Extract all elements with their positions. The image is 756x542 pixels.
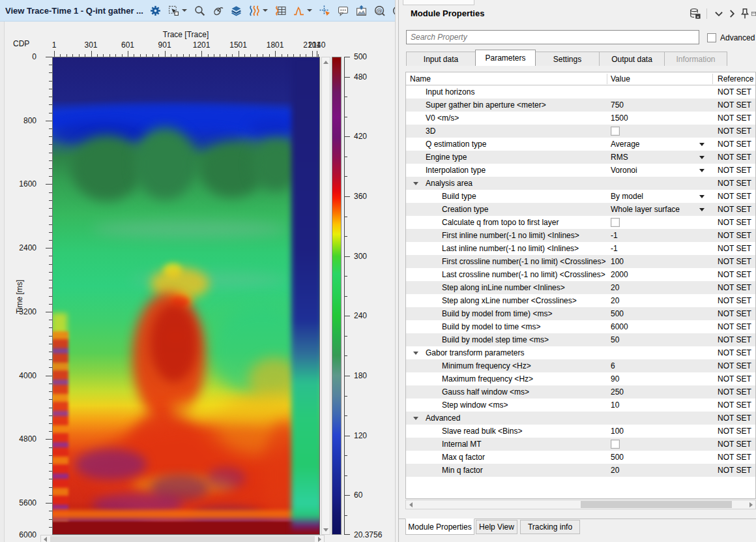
property-reference-cell[interactable]: NOT SET (712, 412, 756, 425)
wiggle-display-button[interactable] (248, 3, 269, 18)
property-row[interactable]: Build by model to time <ms>6000NOT SET (406, 320, 756, 333)
property-row[interactable]: AdvancedNOT SET (406, 412, 756, 425)
chevron-right-icon[interactable] (726, 8, 738, 20)
bottom-tab-module-properties[interactable]: Module Properties (405, 519, 474, 535)
mouse-mode-button[interactable] (212, 3, 224, 18)
property-row[interactable]: Build by model step time <ms>50NOT SET (406, 333, 756, 346)
dropdown-caret-icon[interactable] (699, 156, 705, 159)
property-value-cell[interactable] (607, 85, 712, 98)
property-reference-cell[interactable]: NOT SET (712, 164, 756, 177)
property-value-cell[interactable]: 100 (607, 255, 712, 268)
tab-input-data[interactable]: Input data (406, 52, 476, 66)
property-reference-cell[interactable]: NOT SET (712, 255, 756, 268)
property-reference-cell[interactable]: NOT SET (712, 229, 756, 242)
trace-time-heatmap[interactable] (52, 57, 320, 535)
value-checkbox[interactable] (611, 127, 620, 136)
bottom-tab-tracking-info[interactable]: Tracking info (520, 520, 580, 534)
scroll-down-button[interactable] (322, 525, 330, 534)
property-row[interactable]: Build by model from time) <ms>500NOT SET (406, 307, 756, 320)
property-row[interactable]: 3DNOT SET (406, 125, 756, 138)
property-reference-cell[interactable]: NOT SET (712, 294, 756, 307)
property-reference-cell[interactable]: NOT SET (712, 438, 756, 451)
panel-horizontal-scrollbar[interactable] (405, 500, 756, 509)
column-header-name[interactable]: Name (410, 72, 431, 85)
property-row[interactable]: Last crossline number(-1 no limit) <Cros… (406, 268, 756, 281)
property-row[interactable]: Step window <ms>10NOT SET (406, 399, 756, 412)
layers-button[interactable] (230, 3, 242, 18)
property-reference-cell[interactable]: NOT SET (712, 216, 756, 229)
tab-parameters[interactable]: Parameters (475, 50, 536, 66)
scroll-left-button[interactable] (406, 500, 415, 509)
property-reference-cell[interactable]: NOT SET (712, 112, 756, 125)
property-reference-cell[interactable]: NOT SET (712, 359, 756, 372)
scroll-right-button[interactable] (746, 500, 755, 509)
property-reference-cell[interactable]: NOT SET (712, 281, 756, 294)
property-value-cell[interactable]: 100 (607, 425, 712, 438)
property-value-cell[interactable]: 750 (607, 98, 712, 112)
tab-settings[interactable]: Settings (535, 52, 600, 66)
property-value-cell[interactable] (607, 346, 712, 359)
property-row[interactable]: Internal MTNOT SET (406, 438, 756, 451)
property-reference-cell[interactable]: NOT SET (712, 399, 756, 412)
chevron-down-icon[interactable] (713, 8, 725, 20)
property-row[interactable]: Gabor transform parametersNOT SET (406, 346, 756, 359)
property-reference-cell[interactable]: NOT SET (712, 125, 756, 138)
scrollbar-thumb[interactable] (581, 501, 732, 508)
property-row[interactable]: Step along inLine number <Inlines>20NOT … (406, 281, 756, 294)
property-reference-cell[interactable]: NOT SET (712, 203, 756, 216)
property-value-cell[interactable]: 50 (607, 333, 712, 346)
property-value-cell[interactable]: 20 (607, 294, 712, 307)
settings-gear-button[interactable] (149, 3, 162, 18)
property-reference-cell[interactable]: NOT SET (712, 307, 756, 320)
group-expand-icon[interactable] (413, 182, 418, 185)
property-value-cell[interactable]: -1 (607, 242, 712, 255)
property-row[interactable]: First crossline number(-1 no limit) <Cro… (406, 255, 756, 268)
property-value-cell[interactable]: RMS (607, 151, 712, 164)
property-row[interactable]: Interpolation typeVoronoiNOT SET (406, 164, 756, 177)
property-value-cell[interactable] (607, 412, 712, 425)
property-value-cell[interactable]: 20 (607, 464, 712, 477)
property-row[interactable]: Input horizonsNOT SET (406, 85, 756, 98)
property-reference-cell[interactable]: NOT SET (712, 372, 756, 385)
value-checkbox[interactable] (611, 218, 620, 227)
export-image-button[interactable] (355, 3, 368, 18)
scroll-up-button[interactable] (322, 57, 330, 67)
spectrum-table-button[interactable] (274, 3, 287, 18)
property-reference-cell[interactable]: NOT SET (712, 151, 756, 164)
property-reference-cell[interactable]: NOT SET (712, 320, 756, 333)
select-mode-button[interactable] (167, 3, 188, 18)
property-reference-cell[interactable]: NOT SET (712, 138, 756, 151)
locate-button[interactable]: @ (373, 3, 386, 18)
plot-horizontal-scrollbar[interactable] (40, 535, 325, 542)
property-reference-cell[interactable]: NOT SET (712, 85, 756, 98)
property-row[interactable]: Super gather bin aperture <meter>750NOT … (406, 98, 756, 112)
scroll-left-button[interactable] (41, 535, 50, 542)
database-save-icon[interactable] (690, 8, 701, 20)
search-property-input[interactable] (406, 30, 699, 44)
property-row[interactable]: Step along xLine number <Crosslines>20NO… (406, 294, 756, 307)
column-header-reference[interactable]: Reference (718, 72, 753, 85)
scroll-right-button[interactable] (315, 535, 324, 542)
property-reference-cell[interactable]: NOT SET (712, 177, 756, 190)
property-row[interactable]: Creation typeWhole layer surfaceNOT SET (406, 203, 756, 216)
property-value-cell[interactable]: 1500 (607, 112, 712, 125)
property-value-cell[interactable]: 20 (607, 281, 712, 294)
property-reference-cell[interactable]: NOT SET (712, 346, 756, 359)
property-row[interactable]: Gauss half window <ms>250NOT SET (406, 385, 756, 399)
advanced-checkbox[interactable] (707, 33, 716, 42)
property-reference-cell[interactable]: NOT SET (712, 98, 756, 112)
group-expand-icon[interactable] (413, 417, 418, 420)
property-value-cell[interactable]: 10 (607, 399, 712, 412)
property-value-cell[interactable]: Average (607, 138, 712, 151)
histogram-button[interactable] (293, 3, 313, 18)
pin-icon[interactable] (739, 8, 751, 20)
property-value-cell[interactable] (607, 125, 712, 138)
window-partial-icon[interactable] (751, 8, 756, 20)
dropdown-caret-icon[interactable] (699, 208, 705, 211)
property-row[interactable]: Last inline number(-1 no limit) <Inlines… (406, 242, 756, 255)
property-row[interactable]: V0 <m/s>1500NOT SET (406, 112, 756, 125)
picking-cursor-button[interactable] (319, 3, 331, 18)
property-value-cell[interactable] (607, 177, 712, 190)
property-row[interactable]: Slave read bulk <Bins>100NOT SET (406, 425, 756, 438)
property-row[interactable]: Calculate q from topo to first layerNOT … (406, 216, 756, 229)
